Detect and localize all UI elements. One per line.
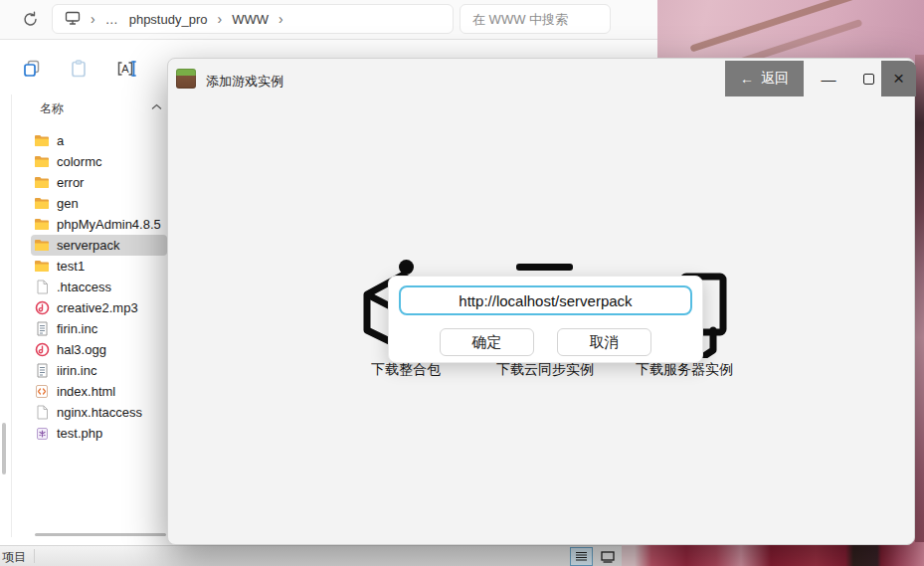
back-button-label: 返回 bbox=[761, 70, 789, 88]
file-name: test1 bbox=[57, 259, 85, 274]
file-row[interactable]: hal3.ogg bbox=[31, 339, 167, 360]
file-name: index.html bbox=[57, 384, 115, 399]
status-bar: 项目 bbox=[0, 545, 622, 566]
file-row[interactable]: firin.inc bbox=[31, 318, 167, 339]
rename-icon[interactable]: A bbox=[115, 58, 137, 80]
minimize-icon: — bbox=[822, 71, 836, 88]
html-file-icon bbox=[34, 384, 50, 400]
url-input-popup: 确定 取消 bbox=[388, 276, 703, 363]
sort-ascending-icon[interactable] bbox=[151, 96, 162, 114]
file-row[interactable]: test1 bbox=[31, 256, 167, 277]
file-name: gen bbox=[57, 196, 79, 211]
paste-icon[interactable] bbox=[68, 58, 90, 80]
address-bar-row: › … phpstudy_pro › WWW › bbox=[0, 0, 657, 40]
search-input[interactable] bbox=[472, 12, 598, 27]
status-divider bbox=[34, 549, 35, 563]
thumbnail-view-button[interactable] bbox=[596, 547, 619, 566]
this-pc-icon[interactable] bbox=[65, 11, 81, 28]
file-row[interactable]: phpMyAdmin4.8.5 bbox=[31, 214, 167, 235]
audio-file-icon bbox=[34, 300, 50, 316]
folder-icon bbox=[34, 154, 50, 170]
svg-text:A: A bbox=[121, 63, 129, 75]
nav-pane-scrollbar[interactable] bbox=[2, 423, 6, 474]
modpack-icon-dot bbox=[399, 260, 414, 275]
folder-icon bbox=[34, 217, 50, 233]
file-row[interactable]: gen bbox=[31, 193, 167, 214]
file-row[interactable]: creative2.mp3 bbox=[31, 297, 167, 318]
breadcrumb[interactable]: › … phpstudy_pro › WWW › bbox=[52, 4, 454, 34]
copy-icon[interactable] bbox=[21, 58, 43, 80]
text-file-icon bbox=[34, 321, 50, 337]
ok-button[interactable]: 确定 bbox=[440, 328, 534, 356]
file-list: a colormc error gen phpMyAdmin4.8.5 serv… bbox=[31, 130, 167, 444]
file-row[interactable]: .htaccess bbox=[31, 277, 167, 297]
file-row[interactable]: iirin.inc bbox=[31, 360, 167, 381]
audio-file-icon bbox=[34, 342, 50, 358]
chevron-right-icon: › bbox=[278, 11, 283, 27]
file-name: firin.inc bbox=[57, 321, 97, 336]
breadcrumb-item-www[interactable]: WWW bbox=[232, 12, 269, 27]
url-input[interactable] bbox=[399, 285, 692, 315]
file-row[interactable]: colormc bbox=[31, 151, 167, 172]
chevron-right-icon: › bbox=[217, 11, 222, 27]
minimize-button[interactable]: — bbox=[809, 61, 848, 96]
file-name: nginx.htaccess bbox=[57, 405, 142, 420]
folder-icon bbox=[34, 259, 50, 275]
file-row[interactable]: test.php bbox=[31, 423, 167, 444]
folder-icon bbox=[34, 175, 50, 191]
file-name: creative2.mp3 bbox=[57, 300, 138, 315]
file-name: test.php bbox=[57, 426, 102, 441]
search-box[interactable] bbox=[460, 4, 611, 34]
file-row[interactable]: a bbox=[31, 130, 167, 151]
download-server-instance-label[interactable]: 下载服务器实例 bbox=[615, 361, 754, 379]
file-name: hal3.ogg bbox=[57, 342, 106, 357]
pane-divider bbox=[11, 94, 12, 537]
file-name: iirin.inc bbox=[57, 363, 96, 378]
maximize-icon bbox=[863, 74, 874, 85]
folder-icon bbox=[34, 133, 50, 149]
file-name: error bbox=[57, 175, 84, 190]
blank-file-icon bbox=[34, 280, 50, 295]
wallpaper-right-strip bbox=[915, 55, 924, 542]
breadcrumb-item-phpstudy[interactable]: phpstudy_pro bbox=[129, 12, 208, 27]
folder-icon bbox=[34, 238, 50, 254]
back-arrow-icon: ← bbox=[740, 71, 754, 87]
file-row[interactable]: error bbox=[31, 172, 167, 193]
file-name: serverpack bbox=[57, 238, 120, 253]
dialog-title: 添加游戏实例 bbox=[206, 73, 283, 91]
folder-icon bbox=[34, 196, 50, 212]
file-row-selected[interactable]: serverpack bbox=[31, 235, 167, 256]
text-file-icon bbox=[34, 363, 50, 379]
refresh-icon[interactable] bbox=[22, 11, 39, 32]
download-modpack-label[interactable]: 下载整合包 bbox=[346, 361, 465, 379]
back-button[interactable]: ← 返回 bbox=[725, 61, 804, 96]
items-count-label: 项目 bbox=[2, 549, 26, 566]
php-file-icon bbox=[34, 426, 50, 442]
minecraft-grass-block-icon bbox=[176, 69, 196, 89]
file-name: colormc bbox=[57, 154, 102, 169]
file-row[interactable]: nginx.htaccess bbox=[31, 402, 167, 423]
file-name: phpMyAdmin4.8.5 bbox=[57, 217, 161, 232]
breadcrumb-ellipsis[interactable]: … bbox=[105, 12, 119, 27]
close-icon: × bbox=[893, 68, 904, 90]
horizontal-scrollbar[interactable] bbox=[35, 533, 166, 536]
file-name: a bbox=[57, 133, 64, 148]
file-row[interactable]: index.html bbox=[31, 381, 167, 402]
column-header-name[interactable]: 名称 bbox=[40, 100, 64, 117]
cancel-button[interactable]: 取消 bbox=[557, 328, 651, 356]
file-name: .htaccess bbox=[57, 280, 111, 294]
chevron-right-icon: › bbox=[91, 11, 95, 27]
cloud-sync-icon-top[interactable] bbox=[516, 264, 573, 271]
details-view-button[interactable] bbox=[570, 547, 593, 566]
download-cloud-sync-label[interactable]: 下载云同步实例 bbox=[475, 361, 615, 379]
blank-file-icon bbox=[34, 405, 50, 421]
close-button[interactable]: × bbox=[881, 61, 916, 96]
